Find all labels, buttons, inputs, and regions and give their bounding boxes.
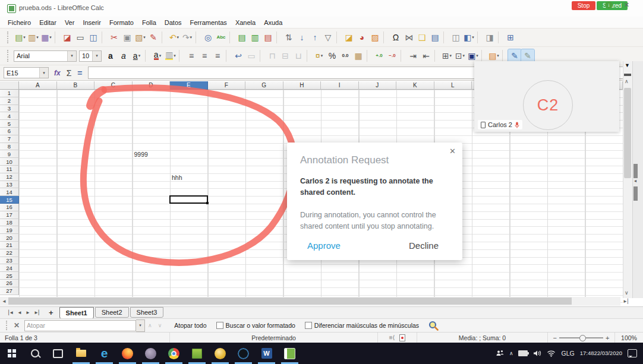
borders-icon[interactable]: ⊞▾ [440,49,453,63]
cut-icon[interactable]: ✂ [108,31,121,45]
sidebar-collapse-icon[interactable]: ◂ [634,178,636,183]
chevron-down-icon[interactable]: ▾ [476,53,478,58]
row-header-4[interactable]: 4 [0,112,19,120]
print-preview-icon[interactable]: ◫ [87,31,100,45]
toolbar-overflow-icon[interactable]: ▼ [625,62,630,68]
find-and-replace-icon[interactable]: ◎ [201,31,215,45]
row-header-11[interactable]: 11 [0,166,19,173]
find-all-button[interactable]: Atopar todo [174,322,206,329]
underline-icon[interactable]: a▾ [130,49,143,63]
row-header-23[interactable]: 23 [0,257,19,265]
align-left-icon[interactable]: ≡ [185,49,198,63]
vertical-scrollbar-thumb[interactable] [624,88,631,178]
decline-button[interactable]: Decline [409,240,439,251]
row-header-10[interactable]: 10 [0,158,19,166]
font-color-icon[interactable]: a▾ [151,49,164,63]
special-character-icon[interactable]: Ω [389,31,402,45]
formula-equals-icon[interactable]: = [77,68,82,78]
firefox-taskbar-button[interactable] [116,343,139,364]
close-icon[interactable]: ✕ [449,147,456,156]
close-document-icon[interactable]: ✕ [624,1,629,9]
undo-icon[interactable]: ↶▾ [168,31,181,45]
zoom-slider[interactable]: − + [548,333,615,343]
previous-sheet-icon[interactable]: ◄ [17,310,22,315]
center-vertically-icon[interactable]: ⊟ [279,49,292,63]
start-taskbar-button[interactable] [0,343,23,364]
gimp-taskbar-button[interactable] [139,343,162,364]
document-modified-icon[interactable] [399,334,405,341]
horizontal-scrollbar-thumb[interactable] [8,297,572,305]
split-handle[interactable] [624,74,631,76]
show-draw-functions-icon[interactable]: ⊞ [504,31,517,45]
column-header-A[interactable]: A [19,81,57,90]
print-icon[interactable]: ▭ [74,31,87,45]
align-right-icon[interactable]: ≡ [211,49,224,63]
wifi-icon[interactable] [547,350,556,357]
statistics-status[interactable]: Media: ; Suma: 0 [417,333,548,343]
sidebar-handle[interactable] [633,164,638,178]
row-header-12[interactable]: 12 [0,173,19,181]
column-header-F[interactable]: F [208,81,246,90]
column-header-L[interactable]: L [434,81,472,90]
wrap-text-icon[interactable]: ↩ [232,49,245,63]
scroll-left-icon[interactable]: ◄ [2,299,7,304]
chevron-down-icon[interactable]: ▾ [138,53,141,58]
chevron-down-icon[interactable]: ▾ [143,35,146,40]
hidden-icons-chevron[interactable]: ∧ [509,350,513,356]
row-header-1[interactable]: 1 [0,90,19,97]
zoom-in-icon[interactable]: + [606,334,609,341]
highlighting-color-icon[interactable]: ▥▾ [164,49,177,63]
menu-ferramentas[interactable]: Ferramentas [186,19,231,26]
menu-formato[interactable]: Formato [105,19,138,26]
chevron-down-icon[interactable]: ▾ [472,35,474,40]
font-size-combobox[interactable]: 10 ▾ [79,50,102,62]
scroll-right-icon[interactable]: ►▏ [623,299,631,304]
name-box[interactable]: E15 ▾ [4,67,49,78]
column-header-J[interactable]: J [359,81,397,90]
column-header-C[interactable]: C [94,81,133,90]
sort-icon[interactable]: ⇅ [282,31,295,45]
chevron-down-icon[interactable]: ▾ [190,35,193,40]
last-sheet-icon[interactable]: ►▏ [34,310,42,315]
menu-ficheiro[interactable]: Ficheiro [4,19,35,26]
menu-editar[interactable]: Editar [35,19,61,26]
chevron-down-icon[interactable]: ▾ [450,53,452,58]
menu-axuda[interactable]: Axuda [260,19,286,26]
zoom-level[interactable]: 100% [615,333,643,343]
align-bottom-icon[interactable]: ⊔ [292,49,305,63]
cell-D9[interactable]: 9999 [134,151,148,158]
task-view-taskbar-button[interactable] [46,343,70,364]
insert-row-icon[interactable]: ▤ [235,31,248,45]
match-case-checkbox[interactable] [305,322,312,329]
currency-format-icon[interactable]: ¤▾ [313,49,326,63]
word-taskbar-button[interactable]: W [255,343,278,364]
menu-datos[interactable]: Datos [160,19,186,26]
copy-icon[interactable]: ▣ [121,31,134,45]
paste-icon[interactable]: ▧▾ [134,31,147,45]
sheet-position-status[interactable]: Folla 1 de 3 [0,333,170,343]
row-header-17[interactable]: 17 [0,211,19,219]
chevron-down-icon[interactable]: ▾ [67,51,76,61]
row-header-21[interactable]: 21 [0,242,19,249]
menu-folla[interactable]: Folla [138,19,160,26]
select-all-corner[interactable] [0,81,19,90]
battery-icon[interactable] [518,350,528,356]
dark-circle-taskbar-button[interactable] [232,343,255,364]
menu-ver[interactable]: Ver [61,19,79,26]
function-wizard-icon[interactable]: fx [54,69,61,77]
row-header-3[interactable]: 3 [0,105,19,113]
save-icon[interactable]: ▦▾ [40,31,53,45]
increase-indent-icon[interactable]: ⇥ [406,49,420,63]
row-header-27[interactable]: 27 [0,287,19,295]
column-header-B[interactable]: B [57,81,95,90]
zoom-slider-track[interactable] [559,337,603,338]
row-header-25[interactable]: 25 [0,272,19,280]
chevron-down-icon[interactable]: ▾ [159,53,162,58]
row-header-9[interactable]: 9 [0,150,19,158]
approve-button[interactable]: Approve [307,240,341,251]
headers-footers-icon[interactable]: ▤ [428,31,442,45]
align-center-icon[interactable]: ≡ [198,49,211,63]
row-header-14[interactable]: 14 [0,188,19,196]
chevron-down-icon[interactable]: ▾ [321,53,323,58]
row-header-5[interactable]: 5 [0,120,19,128]
